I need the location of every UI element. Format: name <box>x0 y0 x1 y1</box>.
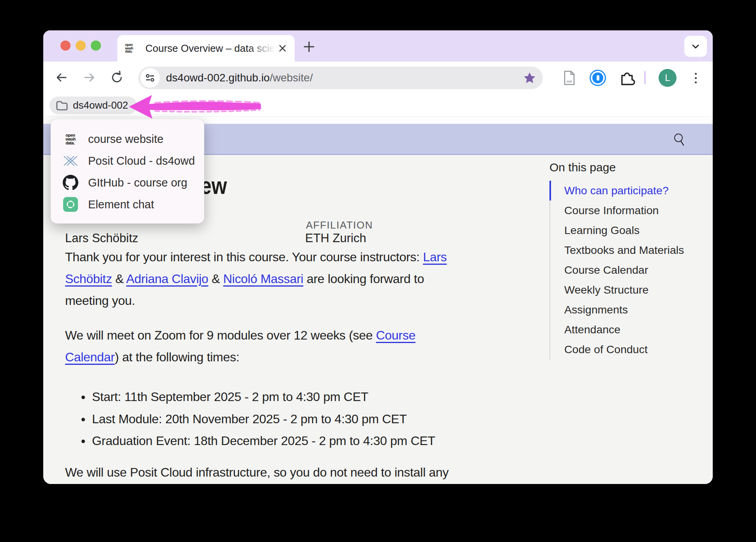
menu-item-github[interactable]: GItHub - course org <box>51 172 204 194</box>
reload-button[interactable] <box>110 70 124 85</box>
toc-heading: On this page <box>549 161 705 174</box>
openwashdata-favicon: open wash data. <box>125 40 141 56</box>
toc-item[interactable]: Assignments <box>549 300 705 320</box>
text-line: meeting you. <box>65 290 447 311</box>
toc-item[interactable]: Who can participate? <box>549 181 705 201</box>
on-this-page-toc: On this page Who can participate?Course … <box>549 161 705 359</box>
menu-item-element-chat[interactable]: Element chat <box>51 194 204 215</box>
text-segment: We will meet on Zoom for 9 modules over … <box>65 328 376 342</box>
text-segment: Thank you for your interest in this cour… <box>65 250 423 264</box>
site-info-button[interactable] <box>140 68 160 88</box>
github-icon <box>62 174 79 191</box>
toc-item[interactable]: Textbooks and Materials <box>549 240 705 260</box>
menu-item-course-website[interactable]: open wash data. course website <box>51 128 204 150</box>
minimize-window-button[interactable] <box>76 40 86 51</box>
close-window-button[interactable] <box>60 40 71 51</box>
browser-menu-button[interactable] <box>692 69 699 86</box>
schedule-list-item: Last Module: 20th November 2025 - 2 pm t… <box>81 408 435 430</box>
new-tab-button[interactable] <box>302 40 316 54</box>
author-name: Lars Schöbitz <box>65 231 138 245</box>
text-segment: meeting you. <box>65 294 135 308</box>
address-bar[interactable]: ds4owd-002.github.io/website/ <box>138 67 543 89</box>
reading-list-icon[interactable] <box>562 70 577 86</box>
zoom-window-button[interactable] <box>91 40 101 51</box>
schedule-list: Start: 11th September 2025 - 2 pm to 4:3… <box>81 386 435 452</box>
extensions-puzzle-icon[interactable] <box>618 70 636 87</box>
onepassword-extension-icon[interactable] <box>590 70 606 86</box>
menu-item-label: course website <box>88 133 163 146</box>
schedule-list-item: Graduation Event: 18th December 2025 - 2… <box>81 430 435 452</box>
toc-item[interactable]: Course Calendar <box>549 260 705 280</box>
traffic-lights <box>60 40 101 51</box>
bookmark-star-icon[interactable] <box>523 71 537 85</box>
bookmark-folder-ds4owd-002[interactable]: ds4owd-002 <box>49 97 137 114</box>
intro-paragraph: Thank you for your interest in this cour… <box>65 246 447 311</box>
favicon-line: data. <box>125 50 141 53</box>
avatar-letter: L <box>665 72 670 83</box>
tab-title: Course Overview – data scien <box>145 42 275 55</box>
toc-list: Who can participate?Course InformationLe… <box>549 181 705 359</box>
closing-line: We will use Posit Cloud infrastructure, … <box>65 461 449 483</box>
menu-item-posit-cloud[interactable]: Posit Cloud - ds4owd <box>51 150 204 172</box>
toc-item[interactable]: Attendance <box>549 320 705 340</box>
bookmark-folder-label: ds4owd-002 <box>73 99 128 111</box>
closing-paragraph: We will use Posit Cloud infrastructure, … <box>65 461 449 483</box>
forward-button[interactable] <box>82 70 97 85</box>
inline-link[interactable]: Nicoló Massari <box>223 272 304 286</box>
posit-cloud-icon <box>62 153 79 169</box>
back-button[interactable] <box>54 70 69 85</box>
text-segment: & <box>112 272 126 286</box>
text-segment: & <box>208 272 223 286</box>
url-text[interactable]: ds4owd-002.github.io/website/ <box>166 72 313 84</box>
text-segment: ) at the following times: <box>115 350 239 364</box>
toolbar-divider <box>644 71 646 84</box>
text-line: Schöbitz & Adriana Clavijo & Nicoló Mass… <box>65 268 447 290</box>
folder-icon <box>56 100 68 111</box>
element-chat-icon <box>62 196 79 213</box>
affiliation-value: ETH Zurich <box>305 231 366 245</box>
url-host: ds4owd-002.github.io <box>166 72 270 84</box>
toc-item[interactable]: Learning Goals <box>549 220 705 240</box>
bookmark-folder-menu: open wash data. course website Posit <box>51 119 204 223</box>
tab-strip: open wash data. Course Overview – data s… <box>43 30 713 62</box>
inline-link[interactable]: Schöbitz <box>65 272 112 286</box>
profile-avatar[interactable]: L <box>659 69 677 87</box>
toc-item[interactable]: Weekly Structure <box>549 280 705 300</box>
menu-item-label: Posit Cloud - ds4owd <box>88 155 195 167</box>
inline-link[interactable]: Lars <box>423 250 447 264</box>
search-icon[interactable] <box>671 132 687 147</box>
toc-item[interactable]: Course Information <box>549 201 705 220</box>
affiliation-label: AFFILIATION <box>306 219 373 231</box>
tab-close-icon[interactable] <box>277 43 288 53</box>
text-segment: are looking forward to <box>303 272 424 286</box>
openwashdata-logo-icon: open wash data. <box>62 131 79 147</box>
tune-icon <box>144 72 156 84</box>
text-line: Calendar) at the following times: <box>65 346 415 368</box>
text-line: We will meet on Zoom for 9 modules over … <box>65 324 415 346</box>
browser-tab[interactable]: open wash data. Course Overview – data s… <box>117 35 295 62</box>
browser-window: open wash data. Course Overview – data s… <box>43 30 713 484</box>
text-line: Thank you for your interest in this cour… <box>65 246 447 268</box>
menu-item-label: Element chat <box>88 198 154 211</box>
chevron-down-icon <box>691 41 701 51</box>
inline-link[interactable]: Course <box>376 328 415 342</box>
toc-item[interactable]: Code of Conduct <box>549 340 705 359</box>
url-path: /website/ <box>270 72 313 84</box>
inline-link[interactable]: Adriana Clavijo <box>126 272 208 286</box>
menu-item-label: GItHub - course org <box>88 176 187 189</box>
inline-link[interactable]: Calendar <box>65 350 115 364</box>
schedule-paragraph: We will meet on Zoom for 9 modules over … <box>65 324 415 368</box>
browser-toolbar: ds4owd-002.github.io/website/ L <box>43 62 713 93</box>
schedule-list-item: Start: 11th September 2025 - 2 pm to 4:3… <box>81 386 435 408</box>
tab-search-button[interactable] <box>684 36 707 57</box>
annotation-arrow <box>128 93 262 121</box>
